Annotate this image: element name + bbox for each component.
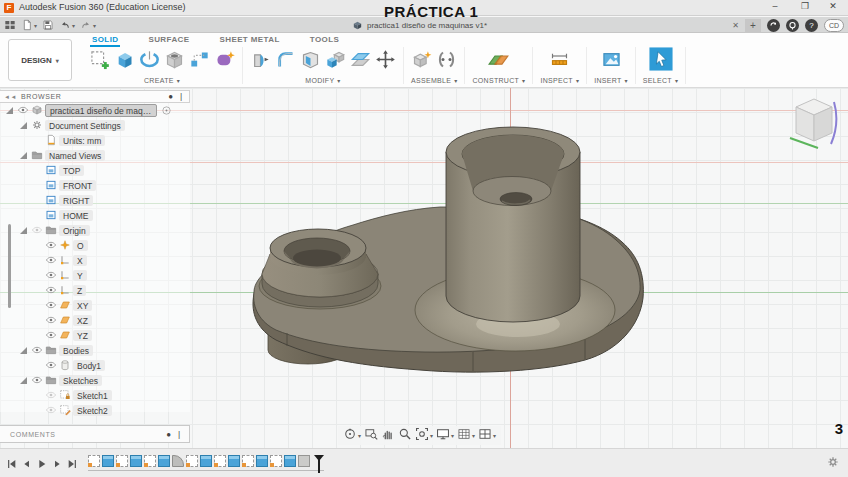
browser-item-practica1-dise-o-de-maquina[interactable]: practica1 diseño de maquina... [0, 103, 190, 118]
revolve-button[interactable] [139, 49, 160, 74]
model-viewport[interactable]: ◄◄ BROWSER ● ❘ practica1 diseño de maqui… [0, 88, 848, 448]
fillet-button[interactable] [275, 49, 296, 74]
tab-tools[interactable]: TOOLS [308, 33, 341, 47]
profile-badge[interactable]: CD [824, 19, 844, 32]
expand-arrow-icon[interactable] [20, 347, 27, 354]
inspect-dropdown[interactable]: INSPECT▾ [540, 77, 579, 84]
viewports-button[interactable]: ▾ [478, 427, 496, 445]
eye-on-icon[interactable] [31, 372, 43, 390]
expand-arrow-icon[interactable] [20, 377, 27, 384]
construction-plane-button[interactable] [488, 49, 509, 74]
comments-options-icon[interactable]: ● [166, 430, 171, 439]
modify-dropdown[interactable]: MODIFY▾ [305, 77, 340, 84]
assemble-dropdown[interactable]: ASSEMBLE▾ [411, 77, 457, 84]
insert-dropdown[interactable]: INSERT▾ [594, 77, 628, 84]
notification-icon[interactable] [786, 19, 799, 32]
comments-panel[interactable]: COMMENTS ● ❘ [0, 425, 190, 443]
pan-button[interactable] [381, 427, 395, 445]
extrude-button[interactable] [114, 49, 135, 74]
redo-button[interactable]: ▾ [80, 19, 96, 33]
eye-on-icon[interactable] [31, 342, 43, 360]
show-data-panel-button[interactable] [4, 19, 16, 33]
zoom-button[interactable] [398, 427, 412, 445]
timeline-feature-extrude-11[interactable] [228, 455, 240, 467]
tab-close-button[interactable]: ✕ [732, 21, 739, 30]
browser-item-units-mm[interactable]: Units: mm [0, 133, 190, 148]
timeline-feature-sketch-1[interactable] [88, 455, 100, 467]
press-pull-button[interactable] [250, 49, 271, 74]
go-to-start-button[interactable] [6, 456, 18, 474]
eye-on-icon[interactable] [17, 102, 29, 120]
job-status-icon[interactable] [767, 19, 780, 32]
eye-dim-icon[interactable] [31, 222, 43, 240]
browser-item-sketches[interactable]: Sketches [0, 373, 190, 388]
expand-arrow-icon[interactable] [20, 227, 27, 234]
browser-item-bodies[interactable]: Bodies [0, 343, 190, 358]
panel-options-icon[interactable]: ● [168, 92, 173, 101]
timeline-feature-sketch-5[interactable] [144, 455, 156, 467]
timeline-settings-gear-icon[interactable] [826, 455, 840, 473]
layout-grid-button[interactable]: ▾ [457, 427, 475, 445]
timeline-feature-sketch-12[interactable] [242, 455, 254, 467]
display-settings-button[interactable]: ▾ [436, 427, 454, 445]
activate-component-radio[interactable] [161, 102, 172, 120]
timeline-feature-sketch-3[interactable] [116, 455, 128, 467]
expand-arrow-icon[interactable] [20, 122, 27, 129]
timeline-feature-fillet-7[interactable] [172, 455, 184, 467]
combine-button[interactable] [325, 49, 346, 74]
browser-item-xy[interactable]: XY [0, 298, 190, 313]
create-dropdown[interactable]: CREATE▾ [144, 77, 180, 84]
file-menu-button[interactable]: ▾ [21, 19, 37, 33]
timeline-feature-extrude-2[interactable] [102, 455, 114, 467]
orbit-button[interactable]: ▾ [343, 427, 361, 445]
help-icon[interactable]: ? [805, 19, 818, 32]
maximize-button[interactable]: ❐ [794, 1, 816, 15]
timeline-feature-feature-16[interactable] [298, 455, 310, 467]
browser-item-xz[interactable]: XZ [0, 313, 190, 328]
collapse-panel-icon[interactable]: ◄◄ [4, 94, 17, 100]
timeline-feature-extrude-13[interactable] [256, 455, 268, 467]
document-tab[interactable]: practica1 diseño de maquinas v1* [352, 18, 487, 33]
select-dropdown[interactable]: SELECT▾ [643, 77, 678, 84]
timeline-position-marker[interactable] [314, 455, 324, 473]
offset-face-button[interactable] [350, 49, 371, 74]
browser-item-o[interactable]: O [0, 238, 190, 253]
step-back-button[interactable] [21, 456, 33, 474]
fit-button[interactable]: ▾ [415, 427, 433, 445]
timeline-feature-sketch-14[interactable] [270, 455, 282, 467]
pattern-button[interactable] [189, 49, 210, 74]
create-sketch-button[interactable] [89, 49, 110, 74]
browser-item-front[interactable]: FRONT [0, 178, 190, 193]
form-button[interactable] [214, 49, 235, 74]
comments-resize-handle[interactable]: ❘ [176, 430, 183, 439]
timeline-feature-extrude-15[interactable] [284, 455, 296, 467]
expand-arrow-icon[interactable] [6, 107, 13, 114]
browser-item-y[interactable]: Y [0, 268, 190, 283]
close-button[interactable]: ✕ [822, 1, 844, 15]
browser-item-sketch1[interactable]: Sketch1 [0, 388, 190, 403]
timeline-feature-extrude-4[interactable] [130, 455, 142, 467]
hole-button[interactable] [164, 49, 185, 74]
construct-dropdown[interactable]: CONSTRUCT▾ [472, 77, 525, 84]
browser-item-body1[interactable]: Body1 [0, 358, 190, 373]
timeline-feature-sketch-10[interactable] [214, 455, 226, 467]
browser-item-document-settings[interactable]: Document Settings [0, 118, 190, 133]
go-to-end-button[interactable] [66, 456, 78, 474]
browser-item-sketch2[interactable]: Sketch2 [0, 403, 190, 418]
browser-item-z[interactable]: Z [0, 283, 190, 298]
play-button[interactable] [36, 456, 48, 474]
new-tab-button[interactable]: + [745, 19, 761, 33]
expand-arrow-icon[interactable] [20, 152, 27, 159]
browser-scrollbar[interactable] [8, 224, 11, 308]
browser-item-named-views[interactable]: Named Views [0, 148, 190, 163]
browser-item-top[interactable]: TOP [0, 163, 190, 178]
browser-item-home[interactable]: HOME [0, 208, 190, 223]
timeline-feature-extrude-6[interactable] [158, 455, 170, 467]
browser-item-yz[interactable]: YZ [0, 328, 190, 343]
timeline-feature-extrude-9[interactable] [200, 455, 212, 467]
joint-button[interactable] [436, 49, 457, 74]
move-button[interactable] [375, 49, 396, 74]
insert-canvas-button[interactable] [601, 49, 622, 74]
measure-button[interactable] [549, 49, 570, 74]
step-forward-button[interactable] [51, 456, 63, 474]
